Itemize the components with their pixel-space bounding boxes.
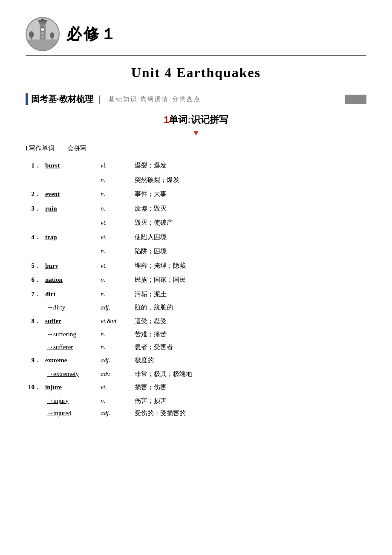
deriv-empty <box>26 341 43 354</box>
word-num: 10． <box>26 380 43 395</box>
section-bar: 固考基·教材梳理 ｜ 基础知识 依纲据情 分类盘点 <box>26 93 366 105</box>
word-meaning: 损害；伤害 <box>132 380 366 395</box>
word-pos: vt.&vi. <box>98 314 132 329</box>
deriv-empty <box>26 301 43 314</box>
word-pos: n. <box>98 187 132 202</box>
vocab-num: 1 <box>164 114 169 125</box>
header-title: 必修１ <box>66 24 118 45</box>
deriv-term: →extremely <box>43 368 98 381</box>
table-row: 3．ruinn.废墟；毁灭 <box>26 202 366 216</box>
word-meaning: 陷阱；困境 <box>132 244 366 259</box>
deriv-row: →injuryn.伤害；损害 <box>26 395 366 408</box>
deriv-pos: adj. <box>98 301 132 314</box>
svg-rect-2 <box>26 40 59 50</box>
word-term: dirt <box>43 287 98 302</box>
word-term: nation <box>43 273 98 287</box>
word-term: event <box>43 187 98 202</box>
deriv-term: →injury <box>43 395 98 408</box>
table-row: 5．buryvt.埋葬；掩埋；隐藏 <box>26 259 366 273</box>
deriv-term: →sufferer <box>43 341 98 354</box>
vocab-arrow: ▼ <box>26 129 366 138</box>
deriv-meaning: 苦难；痛苦 <box>132 328 366 341</box>
deriv-empty <box>26 407 43 420</box>
word-meaning: 废墟；毁灭 <box>132 202 366 216</box>
vocab-label: 单词 <box>169 114 187 125</box>
word-meaning: 突然破裂；爆发 <box>132 173 366 188</box>
page: 必修１ Unit 4 Earthquakes 固考基·教材梳理 ｜ 基础知识 依… <box>0 0 392 555</box>
header-divider <box>26 55 366 56</box>
word-term: extreme <box>43 353 98 368</box>
unit-title: Unit 4 Earthquakes <box>26 65 366 81</box>
deriv-pos: n. <box>98 328 132 341</box>
deriv-term: →injured <box>43 407 98 420</box>
deriv-row: →dirtyadj.脏的，肮脏的 <box>26 301 366 314</box>
word-num: 3． <box>26 202 43 230</box>
deriv-pos: n. <box>98 395 132 408</box>
table-row: 2．eventn.事件；大事 <box>26 187 366 202</box>
word-pos: vt. <box>98 259 132 273</box>
deriv-meaning: 非常；极其；极端地 <box>132 368 366 381</box>
word-pos: vt. <box>98 216 132 230</box>
deriv-row: →injuredadj.受伤的；受损害的 <box>26 407 366 420</box>
word-meaning: 污垢；泥土 <box>132 287 366 302</box>
deriv-meaning: 患者；受害者 <box>132 341 366 354</box>
deriv-meaning: 受伤的；受损害的 <box>132 407 366 420</box>
deriv-pos: n. <box>98 341 132 354</box>
table-row: 8．suffervt.&vi.遭受；忍受 <box>26 314 366 329</box>
header: 必修１ <box>26 17 366 51</box>
deriv-pos: adj. <box>98 407 132 420</box>
section-bar-sub-text: 基础知识 依纲据情 分类盘点 <box>109 95 201 103</box>
word-num: 1． <box>26 159 43 187</box>
word-term: bury <box>43 259 98 273</box>
word-pos: vt. <box>98 230 132 245</box>
svg-point-7 <box>40 27 45 32</box>
deriv-empty <box>26 328 43 341</box>
section-bar-main-text: 固考基·教材梳理 <box>31 93 93 105</box>
word-meaning: 毁灭；使破产 <box>132 216 366 230</box>
word-term: injure <box>43 380 98 395</box>
word-num: 4． <box>26 230 43 259</box>
word-meaning: 爆裂；爆发 <box>132 159 366 173</box>
word-meaning: 埋葬；掩埋；隐藏 <box>132 259 366 273</box>
word-num: 6． <box>26 273 43 287</box>
table-row: 7．dirtn.污垢；泥土 <box>26 287 366 302</box>
table-row: 9．extremeadj.极度的 <box>26 353 366 368</box>
word-num: 5． <box>26 259 43 273</box>
word-pos: adj. <box>98 353 132 368</box>
deriv-pos: adv. <box>98 368 132 381</box>
word-pos: n. <box>98 287 132 302</box>
word-pos: n. <box>98 173 132 188</box>
svg-rect-9 <box>41 36 44 38</box>
deriv-row: →sufferern.患者；受害者 <box>26 341 366 354</box>
word-pos: vt. <box>98 380 132 395</box>
vocab-sub: 识记拼写 <box>191 114 228 125</box>
sub-heading: Ⅰ.写作单词——会拼写 <box>26 145 366 153</box>
word-term: trap <box>43 230 98 259</box>
word-meaning: 民族；国家；国民 <box>132 273 366 287</box>
word-pos: vi. <box>98 159 132 173</box>
word-meaning: 极度的 <box>132 353 366 368</box>
word-meaning: 遭受；忍受 <box>132 314 366 329</box>
word-num: 8． <box>26 314 43 329</box>
svg-point-13 <box>50 32 55 38</box>
vocab-heading: 1单词:识记拼写 <box>26 113 366 126</box>
deriv-empty <box>26 395 43 408</box>
deriv-meaning: 脏的，肮脏的 <box>132 301 366 314</box>
word-term: ruin <box>43 202 98 230</box>
deriv-row: →extremelyadv.非常；极其；极端地 <box>26 368 366 381</box>
deriv-row: →sufferingn.苦难；痛苦 <box>26 328 366 341</box>
word-pos: n. <box>98 273 132 287</box>
word-pos: n. <box>98 244 132 259</box>
vocab-colon: : <box>187 114 190 125</box>
table-row: 4．trapvt.使陷入困境 <box>26 230 366 245</box>
deriv-meaning: 伤害；损害 <box>132 395 366 408</box>
word-term: suffer <box>43 314 98 329</box>
header-logo <box>26 17 60 51</box>
section-bar-sep: ｜ <box>95 93 104 105</box>
word-num: 9． <box>26 353 43 368</box>
word-meaning: 事件；大事 <box>132 187 366 202</box>
table-row: 10．injurevt.损害；伤害 <box>26 380 366 395</box>
word-table: 1．burstvi.爆裂；爆发n.突然破裂；爆发2．eventn.事件；大事3．… <box>26 159 366 420</box>
deriv-term: →dirty <box>43 301 98 314</box>
table-row: 1．burstvi.爆裂；爆发 <box>26 159 366 173</box>
